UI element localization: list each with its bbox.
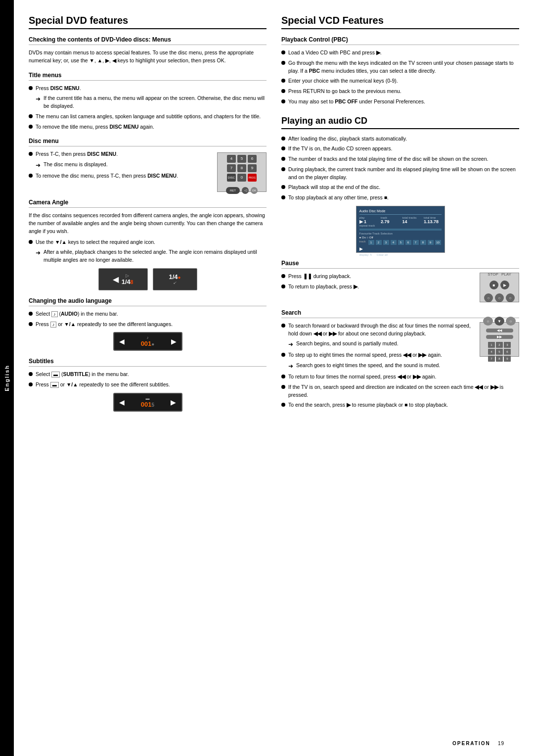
cd-repeat-label: repeat track bbox=[359, 224, 377, 227]
s-key-3[interactable]: 3 bbox=[504, 342, 511, 348]
cd-track-label-sm: track bbox=[359, 240, 366, 245]
audio-icon-2: ♪ bbox=[50, 322, 57, 328]
display-number: 001● bbox=[141, 340, 155, 347]
list-item-text: Search goes to eight times the speed, an… bbox=[296, 362, 440, 370]
key-8: 8 bbox=[237, 164, 246, 172]
subsection-title-menus: Title menus bbox=[29, 72, 267, 81]
s-key-8[interactable]: 8 bbox=[496, 356, 503, 362]
list-item-text: Press RETURN to go back to the previous … bbox=[288, 88, 401, 95]
bullet-icon bbox=[281, 403, 285, 407]
list-item-text: To end the search, press ▶ to resume pla… bbox=[288, 401, 448, 409]
s-key-7[interactable]: 7 bbox=[488, 356, 495, 362]
cd-track-numbers: track 1 2 3 4 5 6 7 8 9 10 ▶ bbox=[359, 240, 442, 251]
list-item: You may also set to PBC OFF under Person… bbox=[281, 98, 519, 106]
search-circle-2[interactable]: ▼ bbox=[494, 317, 504, 326]
bullet-icon bbox=[29, 125, 33, 129]
page: English Special DVD features Checking th… bbox=[0, 0, 534, 756]
play-button[interactable]: ▶ bbox=[500, 281, 509, 289]
list-item: To step up to eight times the normal spe… bbox=[281, 351, 475, 359]
list-item: Load a Video CD with PBC and press ▶. bbox=[281, 49, 519, 57]
keypad-image: 4 5 6 7 8 9 DISC 0 PROG RET ◁ bbox=[217, 152, 267, 192]
title-menus-list: Press DISC MENU. ➜ If the current title … bbox=[29, 85, 267, 131]
display-icon: ♪ bbox=[141, 335, 155, 340]
s-key-1[interactable]: 1 bbox=[488, 342, 495, 348]
section-title-cd: Playing an audio CD bbox=[281, 116, 519, 129]
s-key-9[interactable]: 9 bbox=[504, 356, 511, 362]
display-sub-icon: ▬ bbox=[141, 396, 154, 401]
angle-cursor: ↙ bbox=[169, 281, 180, 285]
section-title-dvd: Special DVD features bbox=[29, 15, 267, 29]
search-circle-3[interactable]: ○ bbox=[506, 317, 516, 326]
cd-time-val: 1.13.78 bbox=[424, 219, 442, 224]
list-item: To remove the disc menu, press T-C, then… bbox=[29, 172, 212, 180]
footer-page: 19 bbox=[498, 741, 504, 746]
bullet-icon bbox=[29, 86, 33, 90]
bullet-icon bbox=[281, 50, 285, 54]
angle-display: ▷ 1/48 bbox=[122, 273, 134, 285]
list-item-text: Enter your choice with the numerical key… bbox=[288, 77, 398, 85]
bullet-icon bbox=[29, 322, 33, 326]
nav-button-1[interactable]: ○ bbox=[484, 293, 493, 302]
list-item-text: Go through the menu with the keys indica… bbox=[288, 59, 519, 75]
subtitle-icon-2: ▬ bbox=[50, 382, 59, 388]
cd-screen-row1: play ▶ 1 repeat track track 2.79 total t… bbox=[359, 216, 442, 227]
s-key-6[interactable]: 6 bbox=[504, 349, 511, 355]
list-item: To search forward or backward through th… bbox=[281, 322, 475, 338]
bullet-icon bbox=[29, 152, 33, 156]
list-item-text: To return to four times the normal speed… bbox=[288, 373, 436, 381]
list-item-text: If the current title has a menu, the men… bbox=[44, 94, 267, 110]
key-6: 6 bbox=[248, 155, 257, 163]
list-item-text: To remove the title menu, press DISC MEN… bbox=[36, 123, 154, 131]
angle-image-2: 1/4● ↙ bbox=[153, 268, 197, 290]
s-key-5[interactable]: 5 bbox=[496, 349, 503, 355]
cd-num-6: 6 bbox=[405, 240, 411, 245]
camera-body: If the disc contains sequences recorded … bbox=[29, 212, 267, 235]
section-title-vcd: Special VCD Features bbox=[281, 15, 519, 29]
footer-label: Operation bbox=[452, 741, 490, 746]
list-item: Press ▬ or ▼/▲ repeatedly to see the dif… bbox=[29, 381, 267, 389]
cd-num-7: 7 bbox=[413, 240, 419, 245]
cd-display-label: display: 5 bbox=[359, 253, 372, 256]
search-fwd-btn[interactable]: ▶▶ bbox=[486, 335, 513, 339]
play-label: PLAY bbox=[501, 272, 511, 277]
list-item-text: The disc menu is displayed. bbox=[44, 161, 108, 169]
nav-button-2[interactable]: ○ bbox=[495, 293, 504, 302]
audio-display-box: ◀ ♪ 001● ▶ bbox=[113, 332, 182, 351]
bullet-icon bbox=[281, 324, 285, 328]
cd-on-off: ● On ○ Off bbox=[359, 236, 442, 239]
list-item: The number of tracks and the total playi… bbox=[281, 155, 519, 163]
side-tab: English bbox=[0, 0, 14, 756]
key-9: 9 bbox=[248, 164, 257, 172]
bullet-icon bbox=[29, 312, 33, 316]
display-content: ♪ 001● bbox=[141, 335, 155, 347]
arrow-icon: ➜ bbox=[36, 161, 41, 170]
search-circle-1[interactable]: ○ bbox=[483, 317, 493, 326]
list-item: To end the search, press ▶ to resume pla… bbox=[281, 401, 519, 409]
search-button-image: ○ ▼ ○ ◀◀ ▶▶ 1 2 3 4 5 bbox=[480, 322, 519, 357]
search-rwd-btn[interactable]: ◀◀ bbox=[486, 329, 513, 332]
bullet-icon bbox=[281, 157, 285, 161]
cd-play-val: ▶ 1 bbox=[359, 219, 377, 224]
stop-button[interactable]: ■ bbox=[490, 281, 498, 289]
cd-num-4: 4 bbox=[391, 240, 397, 245]
bullet-icon bbox=[29, 240, 33, 244]
cd-num-1: 1 bbox=[368, 240, 374, 245]
subsection-audio-title: Changing the audio language bbox=[29, 297, 267, 306]
list-item-text: Press ▬ or ▼/▲ repeatedly to see the dif… bbox=[36, 381, 170, 389]
cd-num-5: 5 bbox=[398, 240, 404, 245]
list-item: To return to four times the normal speed… bbox=[281, 373, 519, 381]
list-item-text: Select ▬ (SUBTITLE) in the menu bar. bbox=[36, 371, 129, 378]
subsection-camera-title: Camera Angle bbox=[29, 199, 267, 208]
bullet-icon bbox=[281, 137, 285, 141]
cd-progress-bar bbox=[359, 229, 442, 231]
list-item-text: If the TV is on, search speed and direct… bbox=[288, 383, 519, 399]
list-item-text: Press T-C, then press DISC MENU. bbox=[36, 150, 118, 158]
nav-button-3[interactable]: ○ bbox=[506, 293, 515, 302]
list-item: ➜ The disc menu is displayed. bbox=[36, 161, 212, 170]
list-item-text: Use the ▼/▲ keys to select the required … bbox=[36, 238, 155, 246]
s-key-2[interactable]: 2 bbox=[496, 342, 503, 348]
list-item: ➜ Search goes to eight times the speed, … bbox=[288, 362, 519, 371]
bullet-icon bbox=[29, 114, 33, 118]
s-key-4[interactable]: 4 bbox=[488, 349, 495, 355]
arrow-icon: ➜ bbox=[288, 340, 293, 349]
